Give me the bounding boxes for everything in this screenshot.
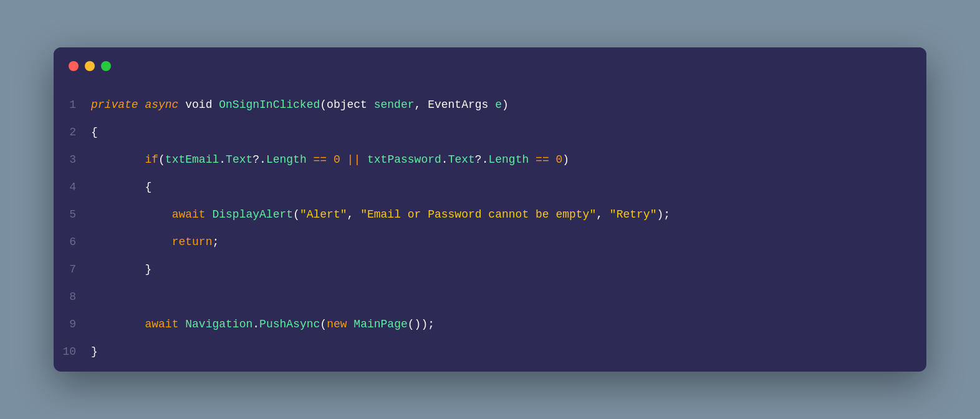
line-number-1: 1 <box>54 94 91 116</box>
close-button[interactable] <box>69 61 79 71</box>
code-line-9: 9 await Navigation.PushAsync(new MainPag… <box>54 311 926 338</box>
line-content-10: } <box>91 340 98 363</box>
code-line-1: 1 private async void OnSignInClicked(obj… <box>54 91 926 118</box>
line-number-9: 9 <box>54 313 91 335</box>
maximize-button[interactable] <box>101 61 111 71</box>
code-line-8: 8 <box>54 283 926 311</box>
line-content-1: private async void OnSignInClicked(objec… <box>91 94 509 116</box>
title-bar <box>54 47 926 85</box>
line-content-7: } <box>91 258 151 281</box>
line-content-5: await DisplayAlert("Alert", "Email or Pa… <box>91 203 670 226</box>
line-number-6: 6 <box>54 231 91 253</box>
line-number-8: 8 <box>54 286 91 308</box>
line-number-2: 2 <box>54 121 91 143</box>
minimize-button[interactable] <box>85 61 95 71</box>
code-line-3: 3 if(txtEmail.Text?.Length == 0 || txtPa… <box>54 146 926 173</box>
code-line-10: 10 } <box>54 338 926 365</box>
code-line-7: 7 } <box>54 256 926 283</box>
line-number-7: 7 <box>54 258 91 281</box>
line-content-3: if(txtEmail.Text?.Length == 0 || txtPass… <box>91 148 569 171</box>
line-content-2: { <box>91 121 98 143</box>
line-content-4: { <box>91 176 151 198</box>
line-content-6: return; <box>91 231 219 253</box>
line-number-4: 4 <box>54 176 91 198</box>
code-line-6: 6 return; <box>54 228 926 256</box>
code-editor-window: 1 private async void OnSignInClicked(obj… <box>54 47 926 372</box>
line-number-3: 3 <box>54 148 91 171</box>
code-line-4: 4 { <box>54 173 926 201</box>
line-number-5: 5 <box>54 203 91 226</box>
line-content-8 <box>91 286 98 308</box>
line-number-10: 10 <box>54 340 91 363</box>
code-line-2: 2 { <box>54 118 926 146</box>
code-area: 1 private async void OnSignInClicked(obj… <box>54 85 926 372</box>
line-content-9: await Navigation.PushAsync(new MainPage(… <box>91 313 435 335</box>
code-line-5: 5 await DisplayAlert("Alert", "Email or … <box>54 201 926 228</box>
